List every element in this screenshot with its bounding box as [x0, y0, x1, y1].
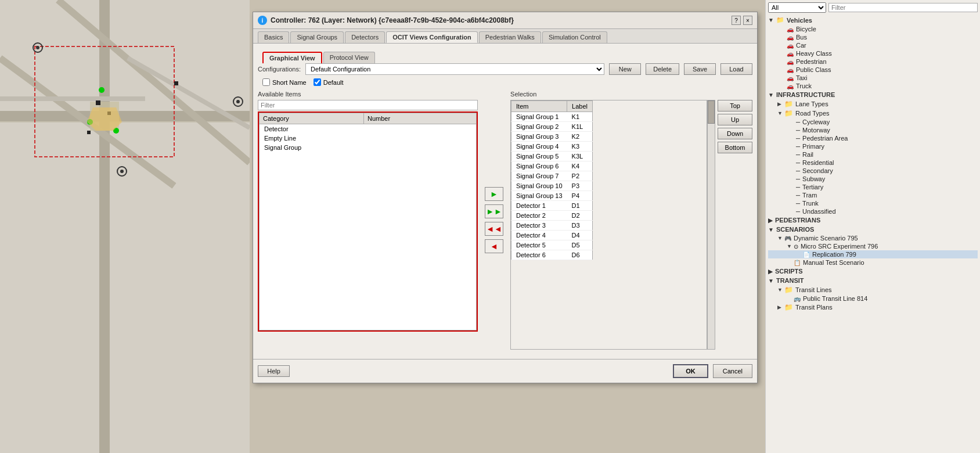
move-right-btn[interactable]: ► [485, 187, 503, 201]
vehicles-section[interactable]: ▼ 📁 Vehicles [768, 15, 978, 25]
scripts-section[interactable]: ▶ SCRIPTS [768, 267, 978, 276]
road-type-item[interactable]: ─Secondary [768, 167, 978, 175]
selection-item-row[interactable]: Signal Group 3K2 [511, 132, 593, 142]
info-icon: i [258, 16, 267, 25]
vehicles-label: Vehicles [787, 17, 812, 24]
selection-item-row[interactable]: Signal Group 4K3 [511, 142, 593, 152]
road-type-item[interactable]: ─Motorway [768, 126, 978, 134]
manual-test-item[interactable]: 📋 Manual Test Scenario [768, 258, 978, 267]
road-type-item[interactable]: ─Residential [768, 159, 978, 167]
vehicle-item[interactable]: 🚗Car [768, 41, 978, 49]
save-button[interactable]: Save [684, 63, 716, 75]
selection-item-row[interactable]: Detector 6D6 [511, 250, 593, 260]
pedestrians-label: PEDESTRIANS [775, 217, 820, 224]
all-select[interactable]: All [768, 2, 826, 13]
selection-item-row[interactable]: Signal Group 1K1 [511, 112, 593, 122]
new-button[interactable]: New [609, 63, 641, 75]
selection-item-name: Detector 1 [511, 201, 567, 211]
vehicle-item[interactable]: 🚗Taxi [768, 74, 978, 82]
up-button[interactable]: Up [718, 114, 752, 125]
available-item-row[interactable]: Detector [260, 124, 477, 134]
selection-item-row[interactable]: Signal Group 13P4 [511, 191, 593, 201]
selection-item-row[interactable]: Detector 1D1 [511, 201, 593, 211]
move-all-right-btn[interactable]: ►► [485, 204, 503, 218]
subtab-graphical-view[interactable]: Graphical View [262, 52, 322, 63]
vehicle-item[interactable]: 🚗Pedestrian [768, 57, 978, 66]
selection-scrollbar[interactable] [707, 100, 715, 350]
vehicle-item[interactable]: 🚗Public Class [768, 66, 978, 74]
selection-item-row[interactable]: Signal Group 10P3 [511, 181, 593, 191]
road-types-item[interactable]: ▼ 📁 Road Types [768, 109, 978, 118]
short-name-checkbox[interactable] [262, 78, 270, 86]
sel-table-container[interactable]: Item Label Signal Group 1K1Signal Group … [510, 100, 707, 350]
selection-item-row[interactable]: Signal Group 6K4 [511, 161, 593, 171]
vehicle-item[interactable]: 🚗Heavy Class [768, 49, 978, 57]
checkbox-row: Short Name Default [258, 78, 752, 86]
close-control-btn[interactable]: × [743, 16, 752, 25]
help-button[interactable]: Help [258, 365, 290, 377]
transit-plans-item[interactable]: ▶ 📁 Transit Plans [768, 303, 978, 312]
vehicle-item[interactable]: 🚗Bicycle [768, 25, 978, 33]
scenarios-section[interactable]: ▼ SCENARIOS [768, 225, 978, 234]
move-all-left-btn[interactable]: ◄◄ [485, 222, 503, 236]
subtab-protocol-view[interactable]: Protocol View [323, 52, 375, 63]
available-item-number [364, 134, 477, 143]
tab-detectors[interactable]: Detectors [345, 31, 385, 43]
lane-types-item[interactable]: ▶ 📁 Lane Types [768, 99, 978, 109]
selection-item-name: Signal Group 6 [511, 161, 567, 171]
vehicle-item[interactable]: 🚗Bus [768, 33, 978, 41]
replication-item[interactable]: 📄 Replication 799 [768, 250, 978, 258]
cancel-button[interactable]: Cancel [713, 364, 752, 378]
road-type-item[interactable]: ─Pedestrian Area [768, 134, 978, 142]
ok-button[interactable]: OK [673, 364, 708, 378]
selection-item-row[interactable]: Detector 4D4 [511, 231, 593, 240]
selection-item-label: K1L [567, 122, 593, 132]
selection-item-row[interactable]: Detector 3D3 [511, 221, 593, 231]
move-left-btn[interactable]: ◄ [485, 239, 503, 253]
load-button[interactable]: Load [720, 63, 752, 75]
tab-basics[interactable]: Basics [258, 31, 289, 43]
dialog-title: i Controller: 762 (Layer: Network) {c7ee… [258, 16, 514, 25]
selection-item-row[interactable]: Signal Group 5K3L [511, 152, 593, 161]
tab-ocit-views[interactable]: OCIT Views Configuration [386, 31, 477, 43]
microsrc-item[interactable]: ▼ ⊙ Micro SRC Experiment 796 [768, 242, 978, 250]
road-type-item[interactable]: ─Trunk [768, 199, 978, 207]
tab-signal-groups[interactable]: Signal Groups [290, 31, 344, 43]
selection-item-row[interactable]: Detector 2D2 [511, 211, 593, 221]
pedestrians-section[interactable]: ▶ PEDESTRIANS [768, 215, 978, 225]
transit-line-item[interactable]: 🚌 Public Transit Line 814 [768, 294, 978, 303]
road-type-item[interactable]: ─Subway [768, 175, 978, 183]
infrastructure-section[interactable]: ▼ INFRASTRUCTURE [768, 90, 978, 99]
top-button[interactable]: Top [718, 100, 752, 112]
road-type-item[interactable]: ─Cycleway [768, 118, 978, 126]
selection-item-row[interactable]: Detector 5D5 [511, 240, 593, 250]
infra-arrow: ▼ [768, 92, 774, 98]
available-item-row[interactable]: Empty Line [260, 134, 477, 143]
configurations-select[interactable]: Default Configuration [305, 63, 604, 75]
default-checkbox[interactable] [314, 78, 321, 86]
svg-point-11 [36, 46, 39, 49]
transit-section[interactable]: ▼ TRANSIT [768, 276, 978, 285]
road-type-item[interactable]: ─Rail [768, 150, 978, 159]
road-type-item[interactable]: ─Primary [768, 142, 978, 150]
selection-item-row[interactable]: Signal Group 2K1L [511, 122, 593, 132]
tab-simulation-control[interactable]: Simulation Control [542, 31, 607, 43]
tab-pedestrian-walks[interactable]: Pedestrian Walks [479, 31, 541, 43]
selection-item-row[interactable]: Signal Group 7P2 [511, 171, 593, 181]
transit-lines-item[interactable]: ▼ 📁 Transit Lines [768, 285, 978, 294]
selection-title: Selection [510, 91, 752, 98]
road-type-item[interactable]: ─Tram [768, 191, 978, 199]
delete-button[interactable]: Delete [646, 63, 679, 75]
help-control-btn[interactable]: ? [732, 16, 741, 25]
road-type-item[interactable]: ─Tertiary [768, 183, 978, 191]
down-button[interactable]: Down [718, 128, 752, 139]
transit-arrow: ▼ [768, 278, 774, 284]
filter-input[interactable] [258, 100, 478, 110]
road-type-item[interactable]: ─Undassified [768, 207, 978, 215]
available-item-row[interactable]: Signal Group [260, 143, 477, 152]
dialog-footer: Help OK Cancel [253, 359, 757, 383]
bottom-button[interactable]: Bottom [718, 142, 752, 153]
right-filter-input[interactable] [828, 3, 978, 12]
dynamic-scenario-item[interactable]: ▼ 🎮 Dynamic Scenario 795 [768, 234, 978, 242]
vehicle-item[interactable]: 🚗Truck [768, 82, 978, 90]
